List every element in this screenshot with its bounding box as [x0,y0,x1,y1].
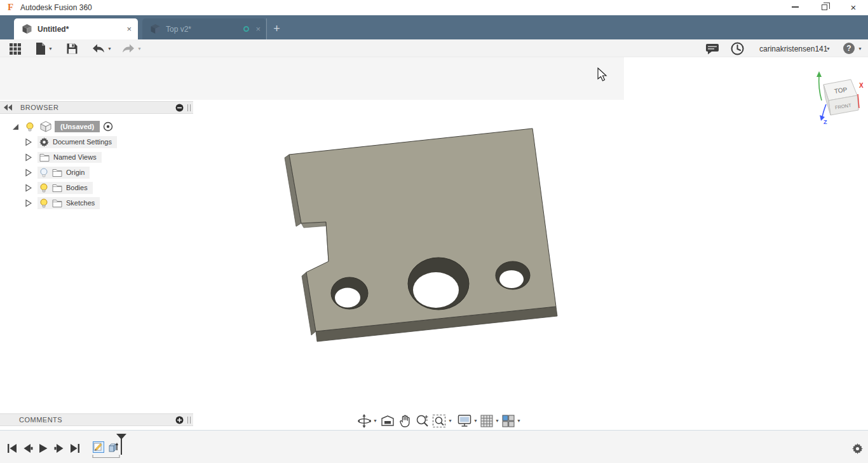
tab-label: Untitled* [37,25,69,34]
hole-large-center[interactable] [408,258,469,310]
axis-z-label: Z [824,119,827,125]
help-button[interactable]: ? [843,43,855,54]
browser-panel-header[interactable]: BROWSER [0,101,193,114]
item-label: Sketches [66,199,95,207]
close-icon: × [851,3,857,12]
root-document-label[interactable]: (Unsaved) [55,121,100,132]
view-cube[interactable]: TOP FRONT X Z [808,61,865,125]
fit-caret-icon[interactable]: ▼ [448,418,452,423]
timeline-play-icon[interactable] [38,443,48,453]
mouse-cursor [597,67,607,81]
activate-component-radio[interactable] [103,121,113,132]
visibility-bulb-on-icon[interactable] [25,122,34,132]
timeline-position-marker[interactable] [115,433,128,455]
visibility-bulb-on-icon[interactable] [39,183,48,193]
collapse-panel-icon[interactable] [4,104,13,111]
file-menu-caret-icon[interactable]: ▼ [48,46,53,51]
document-tab-bar: Untitled* × Top v2* × + [0,15,868,39]
browser-item-named-views[interactable]: Named Views [0,150,102,164]
tab-untitled[interactable]: Untitled* × [14,18,138,39]
folder-icon [39,153,50,162]
browser-root-row[interactable]: (Unsaved) [0,120,113,134]
document-cube-icon [22,24,32,34]
collapse-all-icon[interactable] [175,104,184,112]
expand-open-icon[interactable] [11,123,20,131]
zoom-icon[interactable] [416,414,430,428]
new-tab-button[interactable]: + [266,18,287,39]
version-history-icon[interactable] [731,42,744,55]
timeline-go-end-icon[interactable] [70,443,80,453]
hole-small-right[interactable] [496,261,530,289]
app-grid-icon[interactable] [9,43,22,55]
look-at-icon[interactable] [381,415,395,427]
viewports-caret-icon[interactable]: ▼ [517,418,521,423]
expand-closed-icon[interactable] [25,199,32,207]
user-menu-caret-icon[interactable]: ▼ [826,46,831,51]
timeline-group-bracket [92,455,120,459]
comments-icon[interactable] [705,43,719,55]
comments-panel-title: COMMENTS [19,416,62,424]
tab-close-icon[interactable]: × [255,24,261,34]
help-caret-icon[interactable]: ▼ [858,46,862,51]
file-menu-icon[interactable] [35,42,46,55]
expand-closed-icon[interactable] [25,138,32,146]
browser-item-document-settings[interactable]: Document Settings [0,135,117,149]
model-viewport[interactable] [0,100,868,430]
redo-icon[interactable] [122,44,135,53]
title-bar: F Autodesk Fusion 360 × [0,0,868,15]
expand-closed-icon[interactable] [25,169,32,177]
timeline-bar [0,430,868,463]
item-label: Document Settings [53,138,112,146]
timeline-step-back-icon[interactable] [23,443,33,453]
axis-z-indicator: Z [820,104,827,125]
visibility-bulb-off-icon[interactable] [39,168,48,177]
expand-closed-icon[interactable] [25,184,32,192]
grid-caret-icon[interactable]: ▼ [495,418,499,423]
timeline-go-start-icon[interactable] [7,443,17,453]
folder-icon [52,199,62,207]
browser-item-sketches[interactable]: Sketches [0,196,100,210]
pan-hand-icon[interactable] [399,414,412,428]
minimize-button[interactable] [785,0,804,14]
close-window-button[interactable]: × [844,0,863,14]
fusion-logo-icon: F [5,2,16,13]
undo-icon[interactable] [92,44,105,53]
document-cube-icon [150,24,161,34]
browser-item-origin[interactable]: Origin [0,165,90,179]
redo-caret-icon[interactable]: ▼ [137,46,142,51]
timeline-step-forward-icon[interactable] [54,443,64,453]
restore-button[interactable] [815,0,834,14]
add-comment-icon[interactable] [175,416,184,424]
gear-icon [39,137,49,147]
panel-resize-grip[interactable] [187,104,191,111]
timeline-item-sketch[interactable] [93,441,104,453]
save-icon[interactable] [66,43,78,55]
browser-item-bodies[interactable]: Bodies [0,181,93,195]
orbit-caret-icon[interactable]: ▼ [373,418,377,423]
tab-label: Top v2* [166,25,191,34]
viewports-icon[interactable] [502,415,515,427]
model-body[interactable] [285,128,557,342]
fit-view-icon[interactable] [432,414,446,428]
grid-display-icon[interactable] [480,415,493,427]
display-caret-icon[interactable]: ▼ [473,418,478,423]
quick-toolbar: ▼ ▼ ▼ carinakristensen141 ▼ ? ▼ [0,39,868,57]
undo-caret-icon[interactable]: ▼ [107,46,112,51]
fusion360-window: F Autodesk Fusion 360 × Untitled* × Top … [0,0,868,463]
comments-panel-header[interactable]: COMMENTS [0,413,193,426]
expand-closed-icon[interactable] [25,153,32,162]
tab-top-v2[interactable]: Top v2* × [142,18,266,39]
browser-panel-title: BROWSER [20,104,58,111]
display-settings-icon[interactable] [458,414,472,427]
hole-small-left[interactable] [331,277,368,309]
orbit-icon[interactable] [357,414,371,428]
visibility-bulb-on-icon[interactable] [39,198,48,208]
tab-close-icon[interactable]: × [126,24,132,34]
panel-resize-grip[interactable] [187,417,191,424]
timeline-settings-gear-icon[interactable] [852,443,863,454]
ribbon-toolbar: MODEL ▼ [0,57,624,100]
sync-status-icon [243,26,249,32]
axis-y-indicator [817,71,822,100]
item-label: Bodies [66,184,88,191]
user-account-menu[interactable]: carinakristensen141 [759,45,827,53]
